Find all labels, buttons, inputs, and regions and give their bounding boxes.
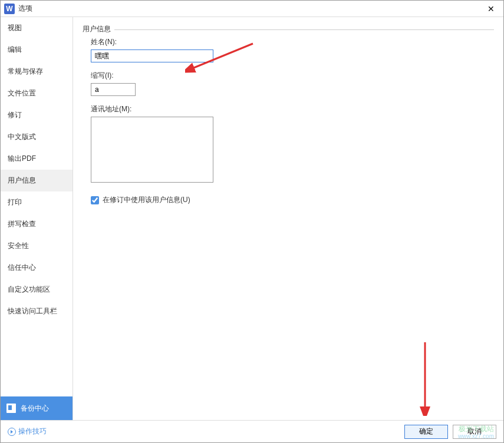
use-in-revision-label: 在修订中使用该用户信息(U): [103, 195, 190, 205]
tips-label: 操作技巧: [18, 427, 47, 437]
sidebar-item-revision[interactable]: 修订: [1, 104, 73, 126]
name-group: 姓名(N):: [91, 37, 494, 62]
main-container: 视图 编辑 常规与保存 文件位置 修订 中文版式 输出PDF 用户信息 打印 拼…: [1, 17, 503, 420]
sidebar-item-custom-ribbon[interactable]: 自定义功能区: [1, 279, 73, 300]
name-input[interactable]: [91, 49, 213, 62]
address-group: 通讯地址(M):: [91, 104, 494, 184]
address-label: 通讯地址(M):: [91, 104, 494, 114]
sidebar: 视图 编辑 常规与保存 文件位置 修订 中文版式 输出PDF 用户信息 打印 拼…: [1, 17, 73, 420]
section-divider: [83, 29, 494, 30]
sidebar-item-trust-center[interactable]: 信任中心: [1, 257, 73, 279]
initials-group: 缩写(I):: [91, 71, 494, 96]
backup-center-button[interactable]: 备份中心: [1, 396, 73, 420]
sidebar-item-spell-check[interactable]: 拼写检查: [1, 213, 73, 235]
content-panel: 用户信息 姓名(N): 缩写(I): 通讯地址(M): 在修订中使用该用户信息(…: [73, 17, 503, 420]
cancel-button[interactable]: 取消: [453, 425, 496, 439]
backup-center-label: 备份中心: [21, 404, 49, 414]
sidebar-item-view[interactable]: 视图: [1, 17, 73, 39]
app-icon: W: [4, 4, 15, 14]
section-title: 用户信息: [83, 24, 114, 34]
sidebar-items: 视图 编辑 常规与保存 文件位置 修订 中文版式 输出PDF 用户信息 打印 拼…: [1, 17, 73, 420]
sidebar-item-quick-access-toolbar[interactable]: 快速访问工具栏: [1, 300, 73, 322]
address-textarea[interactable]: [91, 117, 213, 183]
name-label: 姓名(N):: [91, 37, 494, 47]
play-circle-icon: [8, 428, 16, 436]
sidebar-item-file-location[interactable]: 文件位置: [1, 82, 73, 104]
initials-label: 缩写(I):: [91, 71, 494, 81]
ok-button[interactable]: 确定: [404, 425, 448, 439]
use-in-revision-checkbox[interactable]: [91, 196, 99, 204]
close-icon[interactable]: ✕: [482, 3, 500, 15]
footer: 操作技巧 确定 取消: [1, 420, 503, 442]
backup-icon: [6, 404, 16, 413]
initials-input[interactable]: [91, 83, 136, 96]
use-in-revision-row: 在修订中使用该用户信息(U): [91, 195, 494, 205]
sidebar-item-general-save[interactable]: 常规与保存: [1, 61, 73, 82]
sidebar-item-print[interactable]: 打印: [1, 191, 73, 213]
sidebar-item-output-pdf[interactable]: 输出PDF: [1, 148, 73, 170]
titlebar: W 选项 ✕: [1, 1, 503, 17]
window-title: 选项: [18, 4, 482, 14]
sidebar-item-edit[interactable]: 编辑: [1, 39, 73, 61]
sidebar-item-security[interactable]: 安全性: [1, 235, 73, 257]
tips-link[interactable]: 操作技巧: [8, 427, 47, 437]
sidebar-item-user-info[interactable]: 用户信息: [1, 170, 73, 191]
sidebar-item-chinese-layout[interactable]: 中文版式: [1, 126, 73, 148]
